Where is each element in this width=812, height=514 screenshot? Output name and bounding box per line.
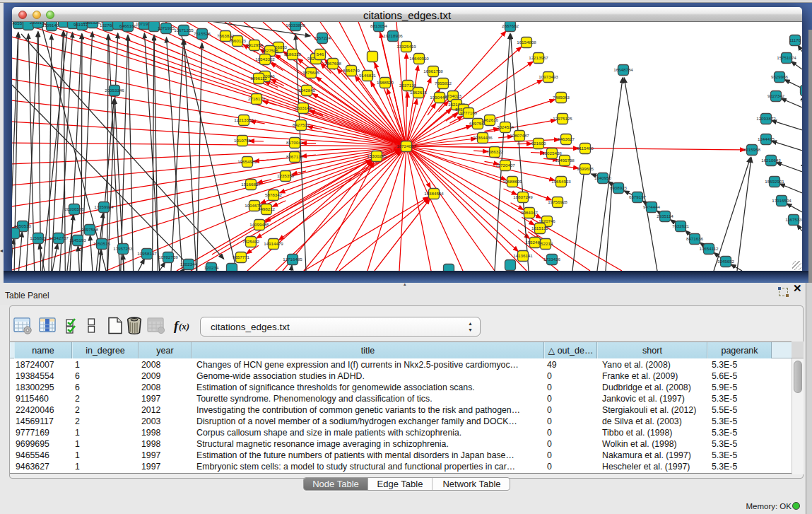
svg-text:18300295: 18300295 [367,153,387,158]
svg-text:13495798: 13495798 [555,158,575,163]
svg-text:7955812: 7955812 [435,81,452,86]
svg-text:1615132: 1615132 [531,226,549,230]
svg-text:15751074: 15751074 [777,55,796,60]
svg-text:2887682: 2887682 [502,23,519,28]
svg-text:19384554: 19384554 [424,191,444,196]
svg-text:2603144: 2603144 [295,105,312,110]
svg-text:1733426: 1733426 [543,257,561,262]
svg-text:9227342: 9227342 [767,93,785,98]
svg-text:14914479: 14914479 [264,241,283,246]
svg-text:12213363: 12213363 [234,117,254,122]
svg-text:2037130: 2037130 [399,83,417,88]
svg-text:6466160: 6466160 [119,23,137,28]
svg-text:(x): (x) [179,321,189,332]
svg-text:10973493: 10973493 [539,74,558,79]
svg-text:14136141: 14136141 [513,253,533,258]
svg-text:7515526: 7515526 [194,31,211,36]
svg-text:1640950: 1640950 [594,175,612,180]
svg-text:8186328: 8186328 [284,52,302,57]
svg-text:8938923: 8938923 [610,185,628,190]
svg-text:9896112: 9896112 [250,76,267,81]
svg-text:9498212: 9498212 [258,206,276,211]
svg-text:1167533: 1167533 [785,217,802,222]
svg-text:9084047: 9084047 [521,210,539,215]
svg-text:9699695: 9699695 [577,166,594,171]
svg-text:6379197: 6379197 [629,194,647,199]
svg-text:15692901: 15692901 [765,179,784,184]
svg-text:12093872: 12093872 [756,116,776,121]
svg-text:2367608: 2367608 [324,61,342,66]
svg-text:18807249: 18807249 [513,194,533,199]
svg-text:12342737: 12342737 [49,235,69,240]
svg-text:19756928: 19756928 [548,199,567,204]
svg-text:8813054: 8813054 [370,23,388,28]
svg-text:9097588: 9097588 [81,227,99,232]
svg-text:19654923: 19654923 [551,179,571,184]
svg-text:7663822: 7663822 [217,33,235,38]
svg-text:13325419: 13325419 [396,44,416,49]
svg-text:10654112: 10654112 [699,246,719,251]
svg-text:1145193: 1145193 [69,238,86,243]
svg-text:14099485: 14099485 [249,222,269,227]
svg-text:10543362: 10543362 [255,57,275,62]
svg-text:9115460: 9115460 [577,146,594,151]
svg-text:7357224: 7357224 [314,35,331,40]
svg-text:9242845: 9242845 [298,88,316,93]
svg-text:2718170: 2718170 [248,96,266,101]
svg-text:15720407: 15720407 [495,163,515,168]
svg-text:9245652: 9245652 [717,259,735,264]
svg-text:5878342: 5878342 [265,192,283,197]
svg-text:252214: 252214 [539,241,553,246]
svg-text:20364436: 20364436 [473,135,493,140]
svg-text:3875645: 3875645 [302,70,320,75]
svg-text:9657771: 9657771 [233,255,250,259]
svg-text:13716485: 13716485 [283,257,302,262]
svg-text:7086322: 7086322 [486,149,504,154]
svg-text:9474444: 9474444 [643,204,661,209]
svg-text:1010755: 1010755 [234,138,252,143]
svg-text:17016504: 17016504 [772,198,792,203]
svg-text:19166827: 19166827 [241,182,261,187]
svg-text:10025438: 10025438 [542,151,562,156]
svg-text:9329966: 9329966 [771,74,789,79]
svg-text:8267130: 8267130 [286,154,304,159]
svg-text:16640910: 16640910 [409,56,429,61]
svg-text:10688609: 10688609 [502,179,522,184]
svg-text:1202344: 1202344 [180,262,198,267]
svg-text:17359924: 17359924 [94,204,114,209]
svg-text:7485063: 7485063 [553,95,570,100]
svg-text:8660123: 8660123 [229,38,247,43]
svg-text:1244415: 1244415 [758,136,775,141]
svg-text:7632621: 7632621 [672,223,690,228]
svg-text:8912954: 8912954 [246,42,264,47]
svg-text:16033809: 16033809 [286,23,305,28]
svg-text:12213967: 12213967 [529,55,548,60]
svg-text:9146821: 9146821 [359,73,377,78]
svg-text:20053346: 20053346 [105,88,124,93]
svg-text:16961758: 16961758 [423,69,443,74]
svg-text:17957253: 17957253 [113,246,133,251]
svg-text:1462616: 1462616 [481,117,499,122]
svg-text:1250515: 1250515 [93,241,111,246]
svg-text:10782759: 10782759 [158,255,178,259]
svg-text:8427512: 8427512 [293,122,310,127]
svg-text:621600: 621600 [531,141,546,146]
svg-text:10958147: 10958147 [137,251,157,256]
svg-text:11170: 11170 [789,37,801,42]
svg-text:9777169: 9777169 [460,110,478,115]
svg-text:9463627: 9463627 [558,136,575,141]
svg-text:546: 546 [317,52,324,57]
svg-text:1071915: 1071915 [158,25,175,30]
svg-text:8471636: 8471636 [686,236,704,241]
svg-text:120234: 120234 [204,265,219,270]
svg-text:1588520: 1588520 [377,80,394,85]
svg-text:19654982: 19654982 [237,159,257,164]
svg-text:3024534: 3024534 [497,124,514,129]
svg-text:10807487: 10807487 [510,133,529,138]
svg-text:10671355: 10671355 [174,28,194,33]
svg-text:20206578: 20206578 [64,206,84,211]
svg-text:16210643: 16210643 [761,158,781,163]
svg-text:8215958: 8215958 [743,147,761,152]
svg-text:2935114: 2935114 [657,214,673,218]
svg-text:1156829: 1156829 [30,235,47,240]
